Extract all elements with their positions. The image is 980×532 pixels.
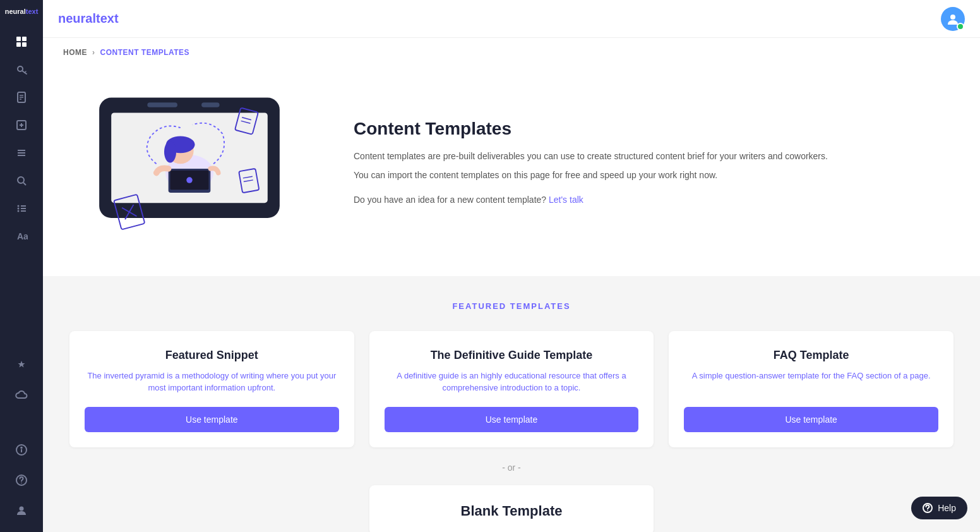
logo-part2: text [96, 11, 119, 25]
svg-point-29 [20, 507, 24, 511]
hero-text: Content Templates Content templates are … [354, 119, 960, 212]
breadcrumb-current: CONTENT TEMPLATES [100, 48, 190, 57]
user-avatar[interactable] [941, 7, 965, 31]
svg-point-21 [18, 210, 20, 212]
sidebar-item-list[interactable] [9, 140, 34, 166]
svg-point-52 [927, 510, 928, 511]
svg-point-28 [21, 483, 22, 484]
use-template-btn-0[interactable]: Use template [85, 407, 339, 432]
breadcrumb-separator: › [92, 48, 95, 57]
svg-rect-1 [22, 37, 27, 41]
sidebar-item-create[interactable] [9, 112, 34, 138]
sidebar-item-keys[interactable] [9, 57, 34, 82]
help-button[interactable]: Help [911, 497, 967, 519]
svg-rect-3 [22, 42, 27, 47]
templates-grid: Featured Snippet The inverted pyramid is… [69, 331, 953, 447]
or-divider: - or - [63, 462, 960, 473]
featured-section: FEATURED TEMPLATES Featured Snippet The … [43, 276, 980, 532]
hero-title: Content Templates [354, 119, 960, 139]
template-desc-2: A simple question-answer template for th… [692, 370, 931, 394]
sidebar-item-menu[interactable] [9, 196, 34, 221]
svg-point-19 [18, 208, 20, 210]
svg-rect-0 [16, 37, 21, 41]
blank-template-card: Blank Template [369, 485, 654, 532]
svg-rect-33 [147, 102, 177, 107]
cta-text-part1: Do you have an idea for a new content te… [354, 195, 546, 205]
hero-cta: Do you have an idea for a new content te… [354, 193, 960, 207]
sidebar-item-dashboard[interactable] [9, 29, 34, 54]
hero-paragraph1: Content templates are pre-built delivera… [354, 149, 960, 163]
section-title: FEATURED TEMPLATES [63, 301, 960, 311]
template-name-1: The Definitive Guide Template [431, 349, 593, 362]
sidebar-item-user-profile[interactable] [9, 498, 34, 523]
sidebar-item-typography[interactable]: Aa [9, 224, 34, 249]
svg-point-17 [18, 205, 20, 207]
template-name-2: FAQ Template [774, 349, 849, 362]
template-desc-1: A definitive guide is an highly educatio… [385, 370, 639, 394]
help-label: Help [938, 503, 956, 513]
svg-text:Aa: Aa [17, 231, 28, 241]
sidebar-bottom [9, 351, 34, 524]
breadcrumb: HOME › CONTENT TEMPLATES [43, 38, 980, 67]
header: neuraltext [43, 0, 980, 38]
svg-line-16 [23, 183, 26, 185]
sidebar-logo: neuraltext [0, 8, 43, 15]
template-card-2: FAQ Template A simple question-answer te… [669, 331, 953, 447]
template-name-0: Featured Snippet [165, 349, 258, 362]
sidebar-item-stars[interactable] [9, 353, 34, 378]
blank-template-title: Blank Template [385, 503, 638, 519]
breadcrumb-home[interactable]: HOME [63, 48, 87, 57]
svg-point-30 [950, 15, 955, 20]
sidebar-item-help[interactable] [9, 468, 34, 493]
cta-link[interactable]: Let's talk [549, 195, 583, 205]
sidebar: neuraltext [0, 0, 43, 532]
sidebar-item-documents[interactable] [9, 85, 34, 110]
avatar-badge [957, 23, 964, 30]
sidebar-item-info[interactable] [9, 437, 34, 462]
use-template-btn-2[interactable]: Use template [684, 407, 938, 432]
page-content: HOME › CONTENT TEMPLATES [43, 38, 980, 532]
svg-point-26 [21, 447, 22, 449]
template-desc-0: The inverted pyramid is a methodology of… [85, 370, 339, 394]
use-template-btn-1[interactable]: Use template [385, 407, 639, 432]
hero-paragraph2: You can import the content templates on … [354, 168, 960, 182]
sidebar-item-cloud[interactable] [9, 383, 34, 408]
svg-point-38 [164, 141, 176, 162]
main-content: neuraltext HOME › CONTENT TEMPLATES [43, 0, 980, 532]
svg-rect-2 [16, 42, 21, 47]
sidebar-item-search[interactable] [9, 168, 34, 193]
hero-illustration [63, 80, 328, 251]
hero-section: Content Templates Content templates are … [43, 67, 980, 276]
header-logo: neuraltext [58, 11, 119, 26]
svg-point-15 [18, 177, 24, 183]
logo-part1: neural [58, 11, 96, 25]
template-card-1: The Definitive Guide Template A definiti… [369, 331, 654, 447]
template-card-0: Featured Snippet The inverted pyramid is… [69, 331, 354, 447]
svg-rect-34 [201, 102, 220, 107]
svg-point-41 [186, 177, 193, 183]
